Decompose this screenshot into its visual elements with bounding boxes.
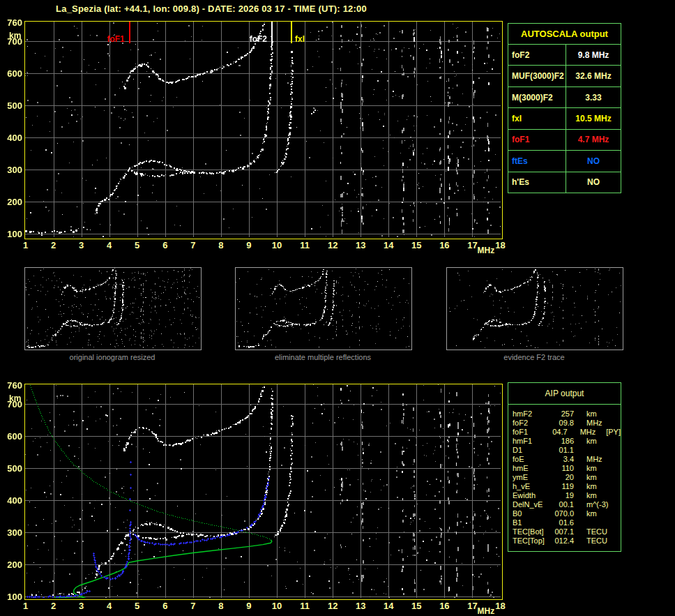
aip-row-tectop: TEC[Top]012.4TECU bbox=[513, 536, 621, 546]
aip-val: 01.1 bbox=[549, 446, 574, 455]
x-tick-label-4: 4 bbox=[100, 601, 119, 611]
y-tick-label-400: 400 bbox=[3, 495, 22, 506]
aip-row-yme: ymE20km bbox=[513, 473, 621, 482]
x-tick-label-10: 10 bbox=[268, 601, 286, 611]
aip-unit: m^(-3) bbox=[586, 500, 616, 509]
aip-label: B0 bbox=[513, 509, 549, 518]
aip-val: 012.4 bbox=[549, 536, 574, 546]
autoscala-row-value: 10.5 MHz bbox=[566, 108, 621, 128]
aip-row-b0: B0070.0km bbox=[513, 509, 621, 518]
autoscala-row-label: M(3000)F2 bbox=[508, 87, 566, 107]
y-tick-label-300: 300 bbox=[3, 527, 22, 538]
x-tick-label-1: 1 bbox=[17, 240, 35, 250]
x-tick-label-3: 3 bbox=[73, 240, 91, 250]
aip-val: 070.0 bbox=[549, 509, 574, 518]
aip-val: 119 bbox=[549, 482, 574, 491]
aip-label: TEC[Top] bbox=[513, 536, 549, 546]
y-tick-label-100: 100 bbox=[3, 229, 22, 239]
aip-val: 007.1 bbox=[549, 527, 574, 536]
aip-label: Ewidth bbox=[513, 491, 549, 500]
y-tick-label-760: 760 bbox=[3, 17, 22, 28]
marker-foF2-label: foF2 bbox=[241, 34, 267, 44]
aip-table-title: AIP output bbox=[508, 383, 621, 405]
marker-foF1-label: foF1 bbox=[98, 34, 125, 44]
y-axis-unit-label: km bbox=[9, 31, 21, 40]
aip-val: 01.6 bbox=[549, 518, 574, 527]
aip-unit: km bbox=[586, 410, 616, 419]
autoscala-row-label: foF1 bbox=[508, 130, 566, 150]
x-axis-unit-label: MHz bbox=[477, 246, 494, 255]
aip-unit: km bbox=[586, 437, 616, 446]
aip-val: 19 bbox=[549, 491, 574, 500]
aip-label: foF1 bbox=[513, 428, 545, 437]
x-tick-label-2: 2 bbox=[45, 240, 63, 250]
thumbnail-canvas-eliminate bbox=[236, 268, 410, 348]
aip-val: 04.7 bbox=[545, 428, 567, 437]
autoscala-row-ftes: ftEsNO bbox=[508, 151, 621, 172]
marker-fxI-line bbox=[291, 22, 292, 43]
marker-foF1-line bbox=[129, 22, 130, 43]
thumbnail-original-ionogram bbox=[24, 267, 202, 350]
thumbnail-caption-eliminate: eliminate multiple reflections bbox=[234, 353, 411, 361]
y-tick-label-100: 100 bbox=[3, 592, 22, 602]
x-tick-label-16: 16 bbox=[435, 601, 453, 611]
autoscala-row-label: MUF(3000)F2 bbox=[508, 66, 566, 86]
x-tick-label-14: 14 bbox=[379, 240, 397, 250]
aip-val: 09.8 bbox=[549, 419, 574, 428]
aip-row-hmf1: hmF1186km bbox=[513, 437, 621, 446]
aip-unit: km bbox=[586, 482, 616, 491]
aip-row-foe: foE3.4MHz bbox=[513, 455, 621, 464]
x-tick-label-1: 1 bbox=[17, 601, 35, 611]
marker-foF2-line bbox=[271, 22, 273, 43]
autoscala-table-title: AUTOSCALA output bbox=[508, 24, 621, 45]
y-tick-label-600: 600 bbox=[3, 431, 22, 442]
aip-unit: TECU bbox=[586, 536, 616, 546]
autoscala-row-value: NO bbox=[566, 172, 621, 193]
x-tick-label-9: 9 bbox=[240, 601, 258, 611]
thumbnail-canvas-original bbox=[25, 268, 199, 348]
aip-label: D1 bbox=[513, 446, 549, 455]
autoscala-row-fof2: foF29.8 MHz bbox=[508, 45, 621, 66]
y-tick-label-400: 400 bbox=[3, 133, 22, 143]
aip-unit: km bbox=[586, 464, 616, 473]
x-tick-label-7: 7 bbox=[184, 601, 202, 611]
x-tick-label-9: 9 bbox=[240, 240, 258, 250]
autoscala-output-table: AUTOSCALA output foF29.8 MHzMUF(3000)F23… bbox=[508, 23, 621, 193]
y-tick-label-600: 600 bbox=[3, 68, 22, 79]
aip-unit: MHz bbox=[580, 428, 607, 437]
aip-unit bbox=[586, 518, 616, 527]
marker-fxI-label: fxI bbox=[295, 34, 321, 44]
aip-row-fof2: foF209.8MHz bbox=[513, 419, 621, 428]
x-axis-unit-label: MHz bbox=[477, 606, 494, 616]
aip-label: TEC[Bot] bbox=[513, 527, 549, 536]
thumbnail-eliminate-reflections bbox=[235, 267, 412, 350]
autoscala-row-value: 4.7 MHz bbox=[566, 130, 621, 150]
autoscala-row-label: h'Es bbox=[508, 172, 566, 193]
x-tick-label-8: 8 bbox=[212, 240, 230, 250]
y-tick-label-300: 300 bbox=[3, 165, 22, 175]
x-tick-label-8: 8 bbox=[212, 601, 230, 611]
autoscala-row-label: foF2 bbox=[508, 45, 566, 65]
ionogram-canvas-top bbox=[25, 22, 501, 237]
aip-label: ymE bbox=[513, 473, 549, 482]
x-tick-label-15: 15 bbox=[407, 601, 425, 611]
y-tick-label-200: 200 bbox=[3, 559, 22, 570]
aip-label: hmF2 bbox=[513, 410, 549, 419]
x-tick-label-14: 14 bbox=[379, 601, 397, 611]
aip-table-body: hmF2257kmfoF209.8MHzfoF104.7MHz[PY]hmF11… bbox=[508, 405, 621, 546]
y-tick-label-500: 500 bbox=[3, 463, 22, 474]
aip-row-b1: B101.6 bbox=[513, 518, 621, 527]
x-tick-label-6: 6 bbox=[156, 601, 174, 611]
x-tick-label-12: 12 bbox=[324, 240, 342, 250]
title-bar: La_Spezia (lat: +44.1, lon: 009.8) - DAT… bbox=[0, 3, 423, 14]
aip-val: 20 bbox=[549, 473, 574, 482]
autoscala-row-hes: h'EsNO bbox=[508, 172, 621, 193]
aip-row-hve: h_vE119km bbox=[513, 482, 621, 491]
aip-val: 3.4 bbox=[549, 455, 574, 464]
aip-row-fof1: foF104.7MHz[PY] bbox=[513, 428, 621, 437]
aip-row-d1: D101.1 bbox=[513, 446, 621, 455]
thumbnail-evidence-f2 bbox=[446, 267, 623, 350]
autoscala-row-muf3000f2: MUF(3000)F232.6 MHz bbox=[508, 66, 621, 87]
y-tick-label-500: 500 bbox=[3, 100, 22, 111]
x-tick-label-5: 5 bbox=[128, 601, 146, 611]
